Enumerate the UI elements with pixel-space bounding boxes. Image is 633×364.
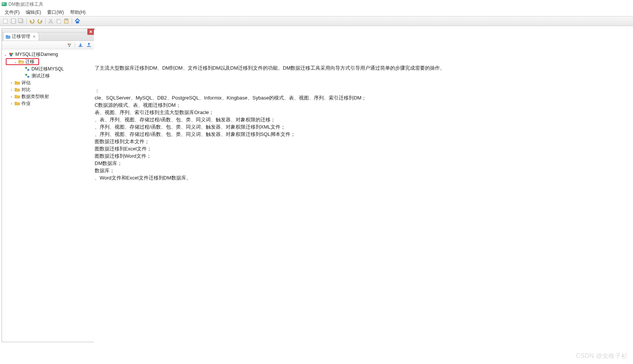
home-icon[interactable] (74, 18, 81, 24)
tree-label: DM迁移MYSQL (31, 66, 64, 72)
text-line: 、表、序列、视图、存储过程/函数、包、类、同义词、触发器、对象权限的迁移； (95, 116, 630, 123)
menu-edit[interactable]: 编辑(E) (23, 8, 44, 16)
svg-rect-11 (57, 20, 61, 23)
tree-label: MYSQL迁移Dameng (15, 51, 58, 58)
migrate-task-icon (24, 73, 30, 79)
tree-folder-type-map[interactable]: › 数据类型映射 (2, 93, 94, 100)
folder-icon (14, 87, 20, 93)
panel-close-button[interactable] (87, 29, 94, 35)
svg-rect-13 (65, 19, 67, 20)
navigation-tree: ⌄ MYSQL迁移Dameng ⌄ 迁移 DM迁移MYSQL (2, 49, 94, 108)
svg-rect-16 (6, 35, 8, 36)
toolbar (0, 16, 633, 26)
expander-icon[interactable]: › (9, 81, 14, 85)
expander-icon[interactable]: ⌄ (13, 60, 18, 64)
folder-icon (14, 80, 20, 86)
separator (75, 42, 75, 48)
text-line: 数据库； (95, 167, 630, 174)
view-toolbar (2, 41, 94, 49)
tree-label: 评估 (21, 80, 31, 86)
svg-rect-1 (3, 3, 4, 4)
export-icon[interactable] (86, 42, 92, 48)
text-line: cle、SQLServer、MySQL、DB2、PostgreSQL、Infor… (95, 94, 630, 101)
menu-file[interactable]: 文件(F) (2, 8, 23, 16)
workspace: 迁移管理 ✕ ⌄ MYSQL迁移Dameng (0, 26, 633, 364)
menu-bar: 文件(F) 编辑(E) 窗口(W) 帮助(H) (0, 8, 633, 16)
toolbar-separator (45, 18, 46, 24)
undo-icon[interactable] (29, 18, 36, 24)
folder-icon (14, 100, 20, 106)
svg-rect-4 (12, 19, 15, 21)
text-line: 图数据迁移到Excel文件； (95, 145, 630, 152)
main-content: 了主流大型数据库迁移到DM、DM到DM、文件迁移到DM以及DM迁移到文件的功能。… (94, 30, 631, 362)
tab-close-icon[interactable]: ✕ (33, 34, 36, 39)
link-with-editor-icon[interactable] (66, 42, 72, 48)
svg-rect-14 (76, 21, 79, 23)
tree-folder-compare[interactable]: › 对比 (2, 86, 94, 93)
expander-icon[interactable]: › (9, 88, 14, 92)
expander-icon[interactable]: ⌄ (3, 52, 8, 57)
app-icon (2, 2, 7, 7)
help-text: 了主流大型数据库迁移到DM、DM到DM、文件迁移到DM以及DM迁移到文件的功能。… (94, 30, 631, 181)
migrate-task-icon (24, 66, 30, 72)
tree-folder-migrate[interactable]: ⌄ 迁移 (6, 58, 39, 65)
tab-folder-icon (6, 34, 10, 39)
tree-label: 作业 (21, 100, 31, 107)
tree-label: 迁移 (25, 59, 34, 65)
panel-tab-row: 迁移管理 ✕ (2, 33, 94, 41)
svg-rect-5 (12, 21, 15, 23)
panel-header (2, 29, 94, 33)
save-icon[interactable] (10, 18, 17, 24)
save-all-icon[interactable] (18, 18, 25, 24)
tab-migrate-manager[interactable]: 迁移管理 ✕ (3, 32, 39, 41)
paste-icon[interactable] (63, 18, 70, 24)
text-line: 图数据迁移到文本文件； (95, 138, 630, 145)
text-line: 、序列、视图、存储过程/函数、包、类、同义词、触发器、对象权限迁移到XML文件； (95, 123, 630, 131)
text-line: 、序列、视图、存储过程/函数、包、类、同义词、触发器、对象权限迁移到SQL脚本文… (95, 131, 630, 138)
text-line: ： (95, 87, 630, 94)
text-line: DM数据库； (95, 160, 630, 167)
copy-icon[interactable] (55, 18, 62, 24)
tree-item-test-migrate[interactable]: 测试迁移 (2, 72, 94, 79)
tree-item-dm-mysql[interactable]: DM迁移MYSQL (2, 65, 94, 72)
svg-point-21 (11, 53, 13, 55)
text-line: 图数据迁移到Word文件； (95, 152, 630, 160)
expander-icon[interactable]: › (9, 101, 14, 106)
cut-icon[interactable] (48, 18, 54, 24)
project-icon (8, 51, 14, 57)
text-line: C数据源的模式、表、视图迁移到DM； (95, 101, 630, 109)
tree-folder-jobs[interactable]: › 作业 (2, 100, 94, 107)
tab-label: 迁移管理 (12, 33, 30, 40)
window-title: DM数据迁移工具 (8, 1, 43, 8)
text-line: 表、视图、序列、索引迁移到主流大型数据库Oracle； (95, 109, 630, 116)
redo-icon[interactable] (36, 18, 43, 24)
text-line: 了主流大型数据库迁移到DM、DM到DM、文件迁移到DM以及DM迁移到文件的功能。… (95, 64, 630, 72)
text-line: 、Word文件和Excel文件迁移到DM数据库。 (95, 174, 630, 181)
expander-icon[interactable]: › (9, 95, 14, 99)
import-icon[interactable] (77, 42, 84, 48)
title-bar: DM数据迁移工具 (0, 0, 633, 8)
tree-label: 数据类型映射 (21, 93, 49, 100)
tree-root-project[interactable]: ⌄ MYSQL迁移Dameng (2, 51, 94, 58)
menu-window[interactable]: 窗口(W) (44, 8, 67, 16)
svg-rect-2 (3, 19, 7, 23)
menu-help[interactable]: 帮助(H) (67, 8, 89, 16)
folder-open-icon (18, 59, 24, 65)
toolbar-separator (26, 18, 27, 24)
tree-label: 测试迁移 (31, 73, 50, 79)
svg-rect-7 (18, 18, 22, 22)
tree-folder-evaluate[interactable]: › 评估 (2, 79, 94, 86)
folder-icon (14, 93, 20, 100)
svg-point-20 (9, 53, 11, 55)
toolbar-separator (72, 18, 72, 24)
sidebar-panel: 迁移管理 ✕ ⌄ MYSQL迁移Dameng (2, 28, 95, 342)
new-icon[interactable] (2, 18, 9, 24)
svg-point-22 (10, 54, 12, 56)
tree-label: 对比 (21, 87, 31, 93)
